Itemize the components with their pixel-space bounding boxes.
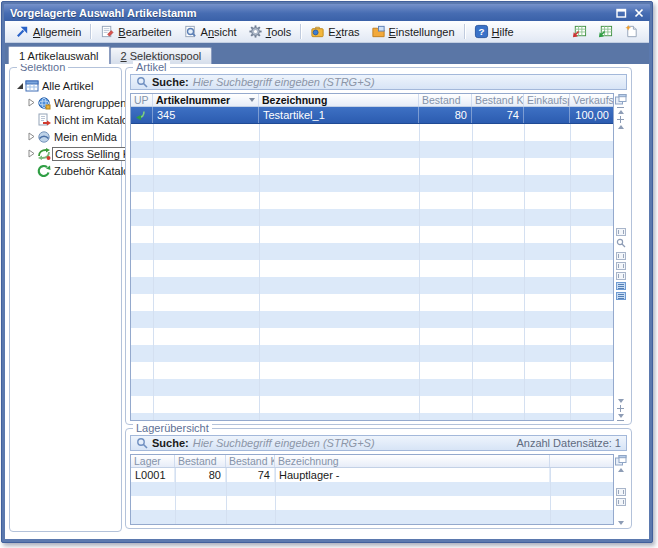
accessories-recycle-icon bbox=[36, 164, 52, 178]
lageruebersicht-panel-title: Lagerübersicht bbox=[133, 422, 212, 435]
table-icon bbox=[24, 79, 40, 93]
search-placeholder: Hier Suchbegriff eingeben (STRG+S) bbox=[193, 76, 375, 88]
cell-bestand-kalk: 74 bbox=[472, 107, 524, 123]
view-detailed-icon[interactable] bbox=[616, 292, 626, 300]
artikel-grid: UP Artikelnummer Bezeichnung Bestand Bes… bbox=[130, 93, 614, 421]
search-icon bbox=[136, 76, 148, 88]
scroll-down-icon[interactable] bbox=[618, 399, 624, 403]
expander-collapsed-icon[interactable] bbox=[26, 149, 36, 158]
tree-item-label: Warengruppen bbox=[52, 97, 128, 109]
search-placeholder: Hier Suchbegriff eingeben (STRG+S) bbox=[193, 437, 375, 449]
column-header-empty bbox=[550, 455, 613, 467]
artikel-panel-title: Artikel bbox=[133, 61, 170, 74]
menu-toolbar: Allgemein Bearbeiten Ansicht Tools Extra… bbox=[5, 21, 649, 43]
view-magnifier-icon bbox=[183, 24, 198, 39]
tree-item-mein-enmida[interactable]: Mein enMida bbox=[10, 128, 121, 145]
menu-tools-label: Tools bbox=[266, 26, 292, 38]
enmida-globe-icon bbox=[36, 130, 52, 144]
cell-bestand: 80 bbox=[175, 468, 226, 482]
lager-search-input[interactable]: Suche: Hier Suchbegriff eingeben (STRG+S… bbox=[130, 435, 627, 451]
new-document-button[interactable] bbox=[619, 23, 644, 40]
toolbox-icon bbox=[310, 24, 325, 39]
cell-bestand-kalk: 74 bbox=[226, 468, 275, 482]
lageruebersicht-panel: Lagerübersicht Suche: Hier Suchbegriff e… bbox=[125, 428, 632, 529]
toolbar-separator bbox=[300, 24, 301, 39]
restore-window-icon[interactable] bbox=[616, 8, 627, 18]
column-chooser-icon[interactable] bbox=[615, 455, 627, 466]
cell-einkaufspreis bbox=[524, 107, 570, 123]
menu-hilfe[interactable]: ? Hilfe bbox=[469, 23, 519, 40]
lager-grid-body[interactable]: L0001 80 74 Hauptlager - bbox=[131, 468, 613, 524]
group-panel-icon[interactable] bbox=[616, 272, 626, 280]
warengruppen-globe-icon bbox=[36, 96, 52, 110]
tab-artikelauswahl[interactable]: 1 Artikelauswahl bbox=[8, 46, 110, 64]
column-chooser-icon[interactable] bbox=[615, 94, 627, 105]
fixed-columns-icon[interactable] bbox=[616, 228, 626, 236]
toolbar-separator bbox=[464, 24, 465, 39]
scroll-down-icon[interactable] bbox=[618, 521, 624, 525]
selektion-tree: Alle Artikel Warengruppen Nicht i bbox=[10, 68, 121, 179]
artikel-row-selected[interactable]: 345 Testartikel_1 80 74 100,00 bbox=[131, 107, 613, 124]
column-header-bestand-kalk[interactable]: Bestand Kalk. bbox=[472, 94, 524, 106]
expander-collapsed-icon[interactable] bbox=[26, 132, 36, 141]
menu-extras[interactable]: Extras bbox=[305, 23, 364, 40]
tree-item-alle-artikel[interactable]: Alle Artikel bbox=[10, 77, 121, 94]
dialog-window: Vorgelagerte Auswahl Artikelstamm Allgem… bbox=[1, 1, 653, 543]
expander-collapsed-icon[interactable] bbox=[26, 98, 36, 107]
column-header-bestand-kalk[interactable]: Bestand Kalk. bbox=[226, 455, 275, 467]
column-header-lager[interactable]: Lager bbox=[131, 455, 175, 467]
scroll-first-icon[interactable] bbox=[618, 110, 624, 114]
table-export-button[interactable] bbox=[593, 23, 618, 40]
search-label: Suche: bbox=[152, 437, 189, 449]
table-import-icon bbox=[572, 24, 587, 39]
lager-row[interactable]: L0001 80 74 Hauptlager - bbox=[131, 468, 613, 482]
artikel-grid-body[interactable]: 345 Testartikel_1 80 74 100,00 bbox=[131, 107, 613, 420]
column-header-up[interactable]: UP bbox=[131, 94, 153, 106]
menu-hilfe-label: Hilfe bbox=[492, 26, 514, 38]
preview-row-icon[interactable] bbox=[616, 262, 626, 270]
title-bar[interactable]: Vorgelagerte Auswahl Artikelstamm bbox=[4, 4, 650, 21]
column-header-bezeichnung[interactable]: Bezeichnung bbox=[275, 455, 550, 467]
table-export-icon bbox=[598, 24, 613, 39]
table-import-button[interactable] bbox=[567, 23, 592, 40]
search-label: Suche: bbox=[152, 76, 189, 88]
record-count: Anzahl Datensätze: 1 bbox=[516, 437, 621, 449]
cell-lager: L0001 bbox=[131, 468, 175, 482]
tree-item-nicht-im-katalog[interactable]: Nicht im Katalog bbox=[10, 111, 121, 128]
menu-einstellungen[interactable]: Einstellungen bbox=[366, 23, 460, 40]
column-header-bestand[interactable]: Bestand bbox=[419, 94, 472, 106]
column-header-artikelnummer[interactable]: Artikelnummer bbox=[153, 94, 259, 106]
tree-item-zubehoer-katalog[interactable]: Zubehör Katalog bbox=[10, 162, 121, 179]
view-compact-icon[interactable] bbox=[616, 282, 626, 290]
scroll-up-icon[interactable] bbox=[618, 125, 624, 129]
search-icon bbox=[136, 437, 148, 449]
column-header-bestand[interactable]: Bestand bbox=[175, 455, 226, 467]
column-header-verkaufspreis[interactable]: Verkaufspreis bbox=[570, 94, 613, 106]
artikel-grid-side-strip bbox=[614, 93, 627, 421]
filter-row-icon[interactable] bbox=[616, 252, 626, 260]
menu-bearbeiten[interactable]: Bearbeiten bbox=[95, 23, 176, 40]
search-panel-icon[interactable] bbox=[616, 238, 626, 250]
tree-item-warengruppen[interactable]: Warengruppen bbox=[10, 94, 121, 111]
scroll-up-icon[interactable] bbox=[618, 468, 624, 472]
collapse-icon[interactable] bbox=[617, 405, 624, 412]
not-in-catalog-icon bbox=[36, 113, 52, 127]
menu-tools[interactable]: Tools bbox=[243, 23, 297, 40]
artikel-search-input[interactable]: Suche: Hier Suchbegriff eingeben (STRG+S… bbox=[130, 74, 627, 90]
tree-item-cross-selling-katalog[interactable]: Cross Selling Katalog bbox=[10, 145, 121, 162]
column-header-einkaufspreis[interactable]: Einkaufspreis bbox=[524, 94, 570, 106]
close-window-icon[interactable] bbox=[634, 8, 644, 18]
menu-extras-label: Extras bbox=[328, 26, 359, 38]
filter-row-icon[interactable] bbox=[616, 498, 626, 506]
column-header-bezeichnung[interactable]: Bezeichnung bbox=[259, 94, 419, 106]
selektion-panel: Selektion Alle Artikel bbox=[9, 67, 122, 532]
scroll-last-icon[interactable] bbox=[618, 414, 624, 418]
fixed-columns-icon[interactable] bbox=[616, 488, 626, 496]
expand-icon[interactable] bbox=[617, 116, 624, 123]
expander-expanded-icon[interactable] bbox=[14, 81, 24, 90]
menu-allgemein[interactable]: Allgemein bbox=[10, 23, 86, 40]
tree-item-label: Alle Artikel bbox=[40, 80, 95, 92]
menu-ansicht[interactable]: Ansicht bbox=[178, 23, 242, 40]
svg-text:?: ? bbox=[478, 26, 484, 37]
cell-bezeichnung: Testartikel_1 bbox=[259, 107, 419, 123]
